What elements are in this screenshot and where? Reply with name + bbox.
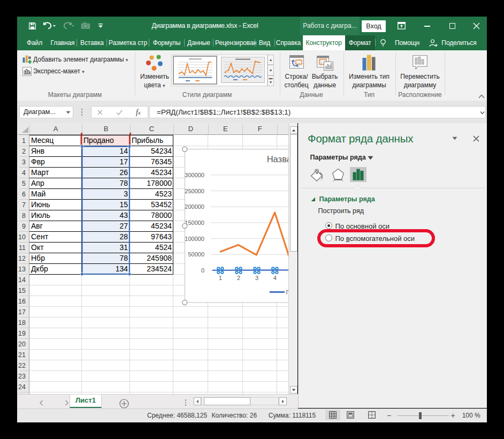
- svg-text:Авг: Авг: [31, 222, 43, 230]
- svg-text:2: 2: [22, 148, 26, 155]
- svg-text:14: 14: [119, 147, 128, 155]
- svg-text:2: 2: [237, 275, 240, 281]
- svg-text:27: 27: [119, 222, 128, 230]
- svg-text:43: 43: [119, 211, 128, 220]
- svg-text:Прибыль: Прибыль: [132, 136, 163, 145]
- svg-text:12: 12: [18, 255, 26, 262]
- svg-text:Янв: Янв: [31, 147, 44, 155]
- svg-text:16: 16: [18, 298, 26, 305]
- svg-text:Месяц: Месяц: [31, 136, 54, 145]
- svg-text:Сент: Сент: [31, 232, 49, 241]
- svg-text:1: 1: [219, 275, 222, 281]
- svg-text:234524: 234524: [147, 264, 172, 273]
- svg-text:250000: 250000: [185, 188, 204, 194]
- svg-text:20: 20: [18, 340, 26, 348]
- svg-text:54234: 54234: [151, 147, 172, 155]
- svg-text:1: 1: [22, 137, 26, 145]
- svg-text:6: 6: [22, 191, 26, 198]
- svg-text:17: 17: [18, 308, 26, 316]
- svg-text:Июнь: Июнь: [31, 200, 50, 209]
- svg-text:11: 11: [19, 244, 26, 252]
- svg-text:0: 0: [201, 267, 204, 274]
- svg-text:4: 4: [22, 169, 26, 177]
- svg-text:Нбр: Нбр: [31, 254, 45, 262]
- svg-text:78: 78: [119, 179, 128, 187]
- svg-text:Дкбр: Дкбр: [31, 264, 48, 273]
- svg-text:Фвр: Фвр: [31, 157, 45, 166]
- svg-text:28: 28: [119, 232, 128, 241]
- svg-text:245908: 245908: [147, 254, 172, 262]
- svg-text:17: 17: [119, 157, 128, 166]
- svg-text:45234: 45234: [151, 222, 172, 230]
- svg-text:Окт: Окт: [31, 243, 44, 252]
- svg-text:18: 18: [18, 319, 26, 327]
- svg-text:Продано: Продано: [83, 136, 114, 145]
- svg-text:150000: 150000: [185, 220, 204, 226]
- svg-text:76345: 76345: [151, 157, 172, 166]
- svg-text:14: 14: [18, 276, 26, 284]
- svg-text:24: 24: [18, 383, 26, 391]
- svg-text:5: 5: [22, 180, 26, 187]
- svg-text:134: 134: [116, 264, 128, 273]
- svg-text:97643: 97643: [151, 232, 172, 241]
- svg-text:300000: 300000: [185, 172, 204, 178]
- svg-text:4524: 4524: [155, 243, 172, 252]
- svg-text:23: 23: [18, 373, 26, 380]
- svg-text:3: 3: [255, 275, 258, 281]
- svg-text:50000: 50000: [188, 251, 204, 258]
- svg-text:8: 8: [22, 212, 26, 220]
- svg-text:Март: Март: [31, 168, 49, 177]
- svg-text:26: 26: [119, 168, 128, 177]
- svg-text:78: 78: [119, 254, 128, 262]
- svg-text:Июль: Июль: [31, 211, 50, 220]
- svg-text:22: 22: [18, 362, 26, 369]
- svg-text:9: 9: [22, 223, 26, 230]
- svg-text:Апр: Апр: [31, 179, 44, 187]
- svg-text:200000: 200000: [185, 203, 204, 210]
- svg-text:15: 15: [18, 287, 26, 294]
- svg-text:53452: 53452: [151, 200, 172, 209]
- svg-text:31: 31: [119, 243, 128, 252]
- svg-text:3: 3: [22, 158, 26, 166]
- svg-text:21: 21: [18, 351, 26, 359]
- svg-text:15: 15: [119, 200, 128, 209]
- svg-text:78000: 78000: [151, 211, 172, 220]
- svg-text:178000: 178000: [147, 179, 172, 187]
- svg-text:3: 3: [124, 190, 128, 198]
- svg-text:13: 13: [18, 266, 26, 273]
- svg-text:7: 7: [22, 201, 26, 209]
- svg-text:Май: Май: [31, 190, 45, 198]
- svg-text:45234: 45234: [151, 168, 172, 177]
- svg-text:Назва: Назва: [267, 154, 288, 164]
- svg-text:4: 4: [273, 275, 277, 281]
- svg-text:10: 10: [18, 233, 26, 241]
- svg-text:4523: 4523: [155, 190, 172, 198]
- svg-text:19: 19: [18, 330, 26, 337]
- svg-text:100000: 100000: [185, 236, 204, 242]
